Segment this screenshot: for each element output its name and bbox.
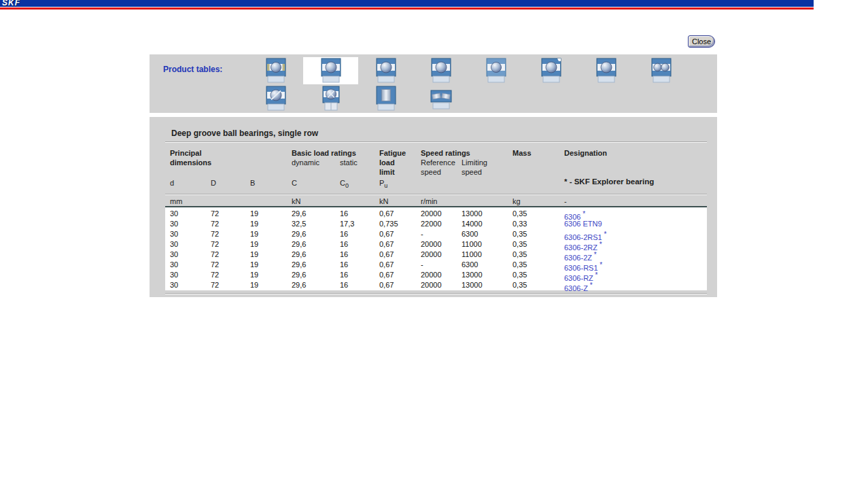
col-header-dynamic: dynamic xyxy=(292,158,319,167)
cell-reference-speed: - xyxy=(421,229,423,239)
angular-contact-bearing-icon[interactable] xyxy=(248,85,303,112)
cell-D: 72 xyxy=(211,239,219,250)
cell-reference-speed: 20000 xyxy=(421,270,442,280)
deep-groove-bearing-icon-3[interactable] xyxy=(358,57,413,84)
cell-Pu: 0,67 xyxy=(379,280,394,290)
divider xyxy=(165,194,707,194)
cell-reference-speed: 20000 xyxy=(421,209,442,219)
cell-C0: 16 xyxy=(340,239,348,250)
cell-C: 29,6 xyxy=(292,280,306,290)
unit-mm: mm xyxy=(170,197,182,206)
table-row: 30721929,6160,6720000110000,356306-2RZ * xyxy=(165,239,707,250)
cell-Pu: 0,67 xyxy=(379,270,394,280)
cell-Pu: 0,67 xyxy=(379,260,394,270)
col-header-principal-dimensions: Principal dimensions xyxy=(170,148,211,167)
cell-d: 30 xyxy=(170,250,178,260)
table-row: 30721929,6160,6720000130000,356306-RZ * xyxy=(165,270,707,280)
close-button[interactable]: Close xyxy=(688,35,715,48)
symbol-B: B xyxy=(250,178,255,188)
cell-limiting-speed: 14000 xyxy=(462,219,483,229)
cell-mass: 0,33 xyxy=(513,219,527,229)
cell-D: 72 xyxy=(211,280,219,290)
deep-groove-bearing-icon-5[interactable] xyxy=(468,57,523,84)
cell-d: 30 xyxy=(170,239,178,250)
cell-D: 72 xyxy=(211,260,219,270)
cell-d: 30 xyxy=(170,260,178,270)
table-row: 30721929,6160,67-63000,356306-RS1 * xyxy=(165,260,707,270)
cylindrical-roller-bearing-icon[interactable] xyxy=(358,85,413,112)
col-header-speed-ratings: Speed ratings xyxy=(421,148,470,158)
table-row: 30721929,6160,6720000130000,356306 * xyxy=(165,209,707,219)
cell-C0: 16 xyxy=(340,270,348,280)
deep-groove-snap-ring-bearing-icon[interactable] xyxy=(523,57,578,84)
explorer-footnote: * - SKF Explorer bearing xyxy=(564,177,654,186)
col-header-static: static xyxy=(340,158,358,167)
cell-d: 30 xyxy=(170,280,178,290)
skf-logo: SKF xyxy=(2,0,20,7)
cell-C: 29,6 xyxy=(292,260,306,270)
symbol-C0: C0 xyxy=(340,178,349,190)
table-rows: 30721929,6160,6720000130000,356306 *3072… xyxy=(165,209,707,290)
cell-B: 19 xyxy=(250,239,258,250)
cell-B: 19 xyxy=(250,209,258,219)
symbol-Pu: Pu xyxy=(379,178,387,190)
four-point-contact-bearing-icon[interactable] xyxy=(303,85,358,112)
cell-B: 19 xyxy=(250,270,258,280)
col-header-reference-speed: Reference speed xyxy=(421,158,455,177)
cell-reference-speed: 20000 xyxy=(421,280,442,290)
unit-kn-load: kN xyxy=(292,197,300,206)
cell-d: 30 xyxy=(170,209,178,219)
cell-C0: 16 xyxy=(340,209,348,219)
designation-link[interactable]: 6306 ETN9 xyxy=(564,219,602,229)
cell-mass: 0,35 xyxy=(513,229,527,239)
cell-B: 19 xyxy=(250,280,258,290)
cell-Pu: 0,67 xyxy=(379,239,394,250)
table-title: Deep groove ball bearings, single row xyxy=(171,129,318,138)
cell-reference-speed: 20000 xyxy=(421,250,442,260)
cell-C0: 16 xyxy=(340,280,348,290)
deep-groove-bearing-icon-7[interactable] xyxy=(578,57,633,84)
symbol-d: d xyxy=(170,178,174,188)
cell-C0: 17,3 xyxy=(340,219,354,229)
cell-C0: 16 xyxy=(340,229,348,239)
col-header-mass: Mass xyxy=(513,148,532,158)
deep-groove-capped-bearing-icon[interactable] xyxy=(248,57,303,84)
cell-B: 19 xyxy=(250,250,258,260)
page: SKF Close Product tables: Deep groove ba… xyxy=(0,0,868,478)
cell-C: 29,6 xyxy=(292,229,306,239)
topbar: SKF xyxy=(0,0,814,7)
unit-kg: kg xyxy=(513,197,521,206)
spherical-roller-bearing-icon[interactable] xyxy=(413,85,468,112)
cell-Pu: 0,735 xyxy=(379,219,398,229)
cell-mass: 0,35 xyxy=(513,250,527,260)
col-header-fatigue-load-limit: Fatigue load limit xyxy=(379,148,406,177)
cell-D: 72 xyxy=(211,219,219,229)
symbol-D: D xyxy=(211,178,216,188)
red-divider xyxy=(0,7,814,10)
cell-B: 19 xyxy=(250,260,258,270)
deep-groove-bearing-icon-4[interactable] xyxy=(413,57,468,84)
cell-limiting-speed: 6300 xyxy=(462,260,478,270)
symbol-C: C xyxy=(292,178,297,188)
double-row-bearing-icon[interactable] xyxy=(633,57,689,84)
cell-C: 29,6 xyxy=(292,239,306,250)
product-tables-label: Product tables: xyxy=(163,65,222,74)
cell-D: 72 xyxy=(211,270,219,280)
table-body: 30721929,6160,6720000130000,356306 *3072… xyxy=(165,207,707,290)
cell-C: 29,6 xyxy=(292,250,306,260)
table-row: 30721929,6160,6720000110000,356306-2Z * xyxy=(165,250,707,260)
col-header-designation: Designation xyxy=(564,148,607,158)
cell-C: 32,5 xyxy=(292,219,306,229)
cell-reference-speed: 22000 xyxy=(421,219,442,229)
deep-groove-single-row-bearing-icon[interactable] xyxy=(303,57,358,84)
cell-d: 30 xyxy=(170,229,178,239)
cell-C0: 16 xyxy=(340,250,348,260)
table-row: 30721929,6160,6720000130000,356306-Z * xyxy=(165,280,707,290)
cell-mass: 0,35 xyxy=(513,280,527,290)
unit-rmin: r/min xyxy=(421,197,437,206)
cell-limiting-speed: 11000 xyxy=(462,239,482,250)
cell-D: 72 xyxy=(211,209,219,219)
designation-link[interactable]: 6306-Z * xyxy=(564,280,593,294)
cell-B: 19 xyxy=(250,229,258,239)
cell-limiting-speed: 11000 xyxy=(462,250,482,260)
